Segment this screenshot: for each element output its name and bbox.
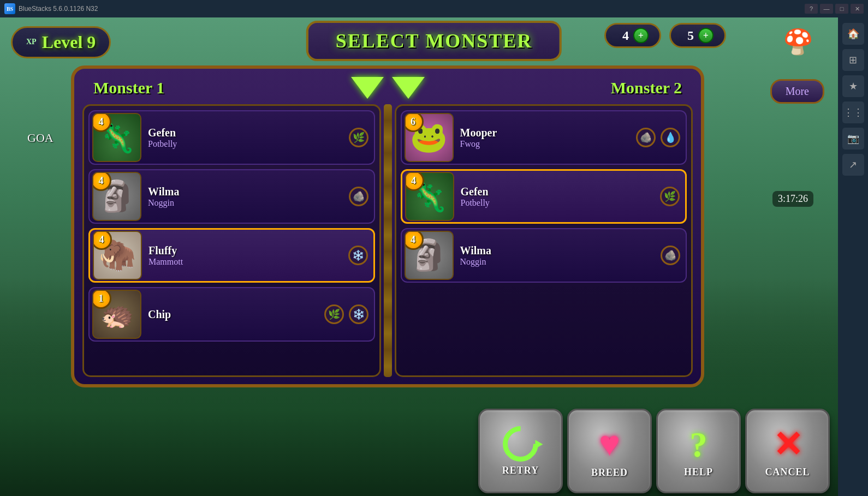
arrows-center xyxy=(351,77,425,99)
sidebar-home-btn[interactable]: 🏠 xyxy=(842,23,864,45)
breed-button[interactable]: ♥ BREED xyxy=(567,409,652,493)
arrow-down-left xyxy=(351,77,384,99)
monster-item-1-chip[interactable]: 🦔 1 Chip 🌿 ❄️ xyxy=(88,287,375,342)
gefen-portrait-2: 🦎 4 xyxy=(405,172,454,221)
gefen-type-1: Potbelly xyxy=(148,139,346,149)
chip-element-icon-1a: 🌿 xyxy=(324,304,344,324)
level-text: Level 9 xyxy=(42,32,96,52)
cancel-button[interactable]: ✕ CANCEL xyxy=(745,409,830,493)
chip-icons: 🌿 ❄️ xyxy=(322,304,368,324)
gefen-info-2: Gefen Potbelly xyxy=(454,186,658,208)
gefen-element-icon-2: 🌿 xyxy=(660,187,680,206)
center-divider xyxy=(384,104,392,377)
goal-text: GOA xyxy=(27,131,53,145)
gefen-info-1: Gefen Potbelly xyxy=(141,127,346,149)
mooper-info-2: Mooper Fwog xyxy=(454,127,634,149)
gefen-name-2: Gefen xyxy=(461,186,658,198)
right-sidebar: 🏠 ⊞ ★ ⋮⋮ 📷 ↗ xyxy=(838,17,868,496)
currency-2-value: 5 xyxy=(687,28,694,43)
mooper-type-2: Fwog xyxy=(460,139,634,149)
wilma-name-1: Wilma xyxy=(148,186,346,198)
currency-1-value: 4 xyxy=(622,28,629,43)
mooper-element-icon-2b: 💧 xyxy=(661,128,680,147)
wilma-element-icon-2: 🪨 xyxy=(661,246,680,265)
help-label: HELP xyxy=(684,467,713,478)
currency-area: 4 + 5 + xyxy=(604,23,726,48)
col2-header: Monster 2 xyxy=(611,79,682,97)
col1-header: Monster 1 xyxy=(93,79,164,97)
cancel-x-icon: ✕ xyxy=(773,424,802,465)
monster-column-1: 🦎 4 Gefen Potbelly 🌿 🗿 4 Wilma Noggin xyxy=(82,104,381,377)
gefen-name-1: Gefen xyxy=(148,127,346,139)
monster-item-2-gefen[interactable]: 🦎 4 Gefen Potbelly 🌿 xyxy=(401,169,687,224)
gefen-type-2: Potbelly xyxy=(461,198,658,208)
fluffy-element-icon-1: ❄️ xyxy=(348,246,368,265)
more-button[interactable]: More xyxy=(770,79,824,104)
cancel-label: CANCEL xyxy=(765,467,810,478)
titlebar: BS BlueStacks 5.6.0.1126 N32 ? — □ ✕ xyxy=(0,0,868,17)
mooper-element-icon-2a: 🪨 xyxy=(636,128,656,147)
wilma-portrait-2: 🗿 4 xyxy=(405,231,454,280)
wilma-portrait-1: 🗿 4 xyxy=(92,172,141,221)
arrow-down-right xyxy=(392,77,425,99)
wilma-info-1: Wilma Noggin xyxy=(141,186,346,208)
retry-label: RETRY xyxy=(502,465,539,476)
mooper-name-2: Mooper xyxy=(460,127,634,139)
minimize-btn[interactable]: — xyxy=(820,4,833,14)
chip-name-1: Chip xyxy=(148,308,322,321)
currency-1-plus-btn[interactable]: + xyxy=(633,28,649,43)
level-badge: XP Level 9 xyxy=(11,26,111,58)
currency-2-plus-btn[interactable]: + xyxy=(698,28,714,43)
help-titlebar-btn[interactable]: ? xyxy=(805,4,818,14)
currency-box-2: 5 + xyxy=(669,23,726,48)
title-text: SELECT MONSTER xyxy=(336,30,532,52)
column-header-row: Monster 1 Monster 2 xyxy=(82,77,693,99)
retry-button[interactable]: RETRY xyxy=(478,409,563,493)
sidebar-star-btn[interactable]: ★ xyxy=(842,75,864,97)
breed-heart-icon: ♥ xyxy=(599,423,620,464)
sidebar-camera-btn[interactable]: 📷 xyxy=(842,128,864,150)
retry-arrow xyxy=(535,440,543,449)
maximize-btn[interactable]: □ xyxy=(835,4,848,14)
fluffy-name-1: Fluffy xyxy=(148,244,346,257)
fluffy-info-1: Fluffy Mammott xyxy=(142,244,346,267)
wilma-element-icon-1: 🪨 xyxy=(349,187,368,206)
wilma-name-2: Wilma xyxy=(460,244,658,257)
titlebar-text: BlueStacks 5.6.0.1126 N32 xyxy=(19,5,98,13)
chip-portrait-1: 🦔 1 xyxy=(92,290,141,339)
breed-label: BREED xyxy=(591,467,628,479)
sidebar-grid-btn[interactable]: ⋮⋮ xyxy=(842,101,864,123)
monster-item-1-wilma[interactable]: 🗿 4 Wilma Noggin 🪨 xyxy=(88,169,375,224)
sidebar-share-btn[interactable]: ↗ xyxy=(842,154,864,176)
sidebar-layout-btn[interactable]: ⊞ xyxy=(842,49,864,71)
monster-item-1-gefen[interactable]: 🦎 4 Gefen Potbelly 🌿 xyxy=(88,110,375,165)
chip-element-icon-1b: ❄️ xyxy=(349,304,368,324)
chip-info-1: Chip xyxy=(141,308,322,321)
wilma-type-1: Noggin xyxy=(148,198,346,208)
mooper-icons: 🪨 💧 xyxy=(633,128,680,147)
retry-icon xyxy=(496,419,546,469)
timer-text: 3:17:26 xyxy=(772,191,813,207)
mooper-portrait-2: 🐸 6 xyxy=(405,113,454,162)
gefen-element-icon-1: 🌿 xyxy=(349,128,368,147)
monster-column-2: 🐸 6 Mooper Fwog 🪨 💧 🦎 4 xyxy=(395,104,693,377)
monster-item-2-mooper[interactable]: 🐸 6 Mooper Fwog 🪨 💧 xyxy=(401,110,687,165)
help-button[interactable]: ? HELP xyxy=(656,409,741,493)
fluffy-type-1: Mammott xyxy=(148,257,346,267)
main-dialog: Monster 1 Monster 2 🦎 4 Gefen Potbelly xyxy=(71,65,704,387)
currency-box-1: 4 + xyxy=(604,23,661,48)
monster-item-2-wilma[interactable]: 🗿 4 Wilma Noggin 🪨 xyxy=(401,228,687,283)
monster-item-1-fluffy[interactable]: 🦣 4 Fluffy Mammott ❄️ xyxy=(88,228,375,283)
gefen-portrait-1: 🦎 4 xyxy=(92,113,141,162)
xp-label: XP xyxy=(26,38,37,46)
wilma-type-2: Noggin xyxy=(460,257,658,267)
select-monster-title: SELECT MONSTER xyxy=(306,21,562,61)
close-btn[interactable]: ✕ xyxy=(851,4,864,14)
wilma-info-2: Wilma Noggin xyxy=(454,244,658,267)
action-buttons-row: RETRY ♥ BREED ? HELP ✕ CANCEL xyxy=(478,409,830,493)
fluffy-portrait-1: 🦣 4 xyxy=(93,231,142,280)
columns-wrapper: 🦎 4 Gefen Potbelly 🌿 🗿 4 Wilma Noggin xyxy=(82,104,693,377)
bluestacks-icon: BS xyxy=(4,3,15,14)
titlebar-controls: ? — □ ✕ xyxy=(805,4,864,14)
help-question-icon: ? xyxy=(689,425,708,465)
